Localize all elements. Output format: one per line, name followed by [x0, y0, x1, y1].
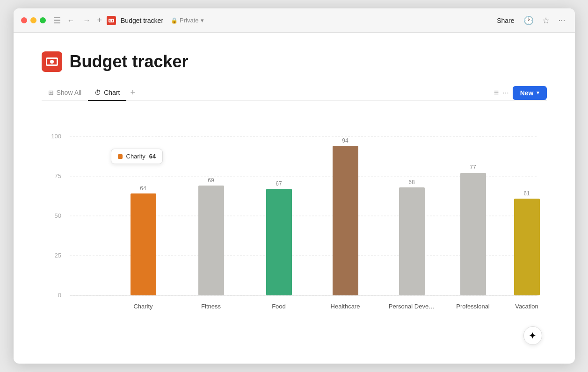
bar-professional-value: 77 — [470, 164, 476, 171]
share-button[interactable]: Share — [497, 17, 514, 24]
y-label-50: 50 — [54, 212, 61, 219]
titlebar: ☰ ← → + Budget tracker 🔒 Private ▾ Share… — [14, 8, 575, 33]
new-button-label: New — [520, 89, 534, 97]
privacy-chevron-icon: ▾ — [201, 17, 204, 24]
bar-personal-dev[interactable] — [399, 187, 425, 295]
bar-food-value: 67 — [276, 180, 282, 187]
app-window: ☰ ← → + Budget tracker 🔒 Private ▾ Share… — [14, 8, 575, 364]
privacy-badge[interactable]: 🔒 Private ▾ — [171, 17, 203, 24]
page-title: Budget tracker — [70, 52, 189, 72]
privacy-label: Private — [180, 17, 198, 24]
tab-chart[interactable]: ⏱ Chart — [88, 85, 126, 101]
page-icon-sm-inner — [109, 19, 114, 22]
bar-fitness[interactable] — [198, 186, 224, 295]
traffic-lights — [21, 17, 46, 23]
y-label-100: 100 — [51, 133, 61, 140]
bar-fitness-label: Fitness — [201, 303, 221, 310]
tab-more-button[interactable]: ··· — [502, 89, 508, 97]
add-view-button[interactable]: + — [126, 86, 139, 100]
bar-charity[interactable] — [131, 193, 156, 295]
history-button[interactable]: 🕐 — [522, 14, 536, 27]
chart-area: 0 25 50 75 100 64 Charity 69 Fitness — [42, 101, 547, 350]
star-button[interactable]: ☆ — [540, 14, 552, 27]
page-icon-sm — [107, 16, 116, 25]
bar-vacation[interactable] — [514, 199, 540, 295]
bar-professional-label: Professional — [456, 303, 490, 310]
bar-charity-label: Charity — [133, 303, 153, 310]
y-label-75: 75 — [54, 172, 61, 179]
bar-personal-dev-label: Personal Deve… — [388, 303, 434, 310]
tab-show-all[interactable]: ⊞ Show All — [42, 85, 88, 101]
tab-chart-label: Chart — [104, 89, 120, 96]
chart-clock-icon: ⏱ — [94, 89, 101, 96]
close-button[interactable] — [21, 17, 27, 23]
titlebar-page-name: Budget tracker — [121, 17, 163, 24]
bar-healthcare-label: Healthcare — [330, 303, 360, 310]
tabs-actions: ≡ ··· New ▾ — [494, 86, 547, 100]
back-button[interactable]: ← — [65, 15, 77, 26]
page-header: Budget tracker — [42, 51, 547, 72]
new-button-chevron-icon: ▾ — [537, 90, 539, 96]
bar-food[interactable] — [266, 189, 292, 295]
bar-personal-dev-value: 68 — [408, 179, 415, 186]
more-options-button[interactable]: ··· — [556, 14, 567, 26]
table-icon: ⊞ — [48, 89, 54, 96]
bar-professional[interactable] — [460, 173, 486, 295]
lock-icon: 🔒 — [171, 17, 178, 24]
page-icon-lg — [42, 51, 62, 72]
bar-healthcare-value: 94 — [342, 137, 348, 144]
bar-healthcare[interactable] — [333, 146, 358, 295]
tab-show-all-label: Show All — [57, 89, 82, 96]
sidebar-toggle-icon[interactable]: ☰ — [53, 15, 61, 26]
bar-chart-svg: 0 25 50 75 100 64 Charity 69 Fitness — [42, 110, 547, 350]
bar-vacation-value: 61 — [523, 190, 530, 197]
sparkle-button[interactable]: ✦ — [523, 326, 542, 345]
bar-fitness-value: 69 — [208, 177, 214, 184]
y-label-25: 25 — [54, 252, 61, 259]
minimize-button[interactable] — [30, 17, 36, 23]
tabs-bar: ⊞ Show All ⏱ Chart + ≡ ··· New ▾ — [42, 85, 547, 101]
y-label-0: 0 — [58, 292, 61, 299]
bar-food-label: Food — [272, 303, 286, 310]
main-content: Budget tracker ⊞ Show All ⏱ Chart + ≡ ··… — [14, 33, 575, 364]
add-page-button[interactable]: + — [97, 15, 102, 25]
forward-button[interactable]: → — [81, 15, 93, 26]
page-icon-lg-inner — [46, 57, 58, 66]
maximize-button[interactable] — [40, 17, 46, 23]
bar-charity-value: 64 — [140, 185, 146, 192]
filter-button[interactable]: ≡ — [494, 88, 499, 98]
new-button[interactable]: New ▾ — [513, 86, 547, 100]
bar-vacation-label: Vacation — [515, 303, 538, 310]
